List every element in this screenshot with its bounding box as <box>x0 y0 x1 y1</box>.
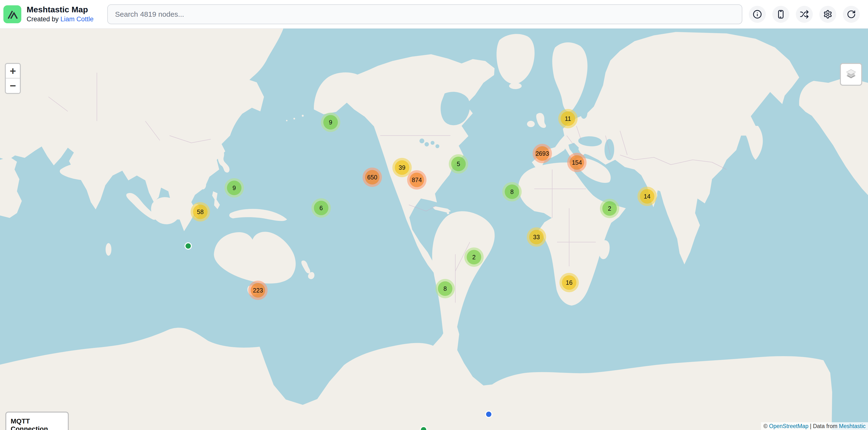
openstreetmap-link[interactable]: OpenStreetMap <box>769 423 808 429</box>
cluster-marker[interactable]: 2 <box>464 247 484 267</box>
cluster-marker[interactable]: 11 <box>558 109 578 128</box>
cluster-marker[interactable]: 2 <box>600 199 619 218</box>
created-by-text: Created by <box>27 15 59 23</box>
layers-icon <box>845 68 857 80</box>
node-marker-disconnected[interactable] <box>485 410 492 418</box>
map-canvas[interactable]: + − 939650874511269315482143316282235896… <box>0 29 868 430</box>
cluster-marker[interactable]: 16 <box>559 273 579 292</box>
cluster-marker[interactable]: 8 <box>435 279 455 298</box>
shuffle-icon <box>800 10 809 19</box>
cluster-marker[interactable]: 6 <box>311 198 331 218</box>
zoom-out-button[interactable]: − <box>6 78 20 93</box>
refresh-button[interactable] <box>843 6 860 23</box>
cluster-marker[interactable]: 874 <box>407 170 427 190</box>
cluster-marker[interactable]: 2693 <box>533 144 552 163</box>
copyright-text: © <box>764 423 769 429</box>
attribution-separator: | Data from <box>808 423 839 429</box>
meshtastic-logo-icon <box>6 8 19 21</box>
cluster-marker[interactable]: 650 <box>363 168 382 187</box>
author-link[interactable]: Liam Cottle <box>61 15 94 23</box>
world-map-graphic <box>0 29 868 430</box>
cluster-marker[interactable]: 33 <box>527 227 546 247</box>
info-icon <box>753 10 762 19</box>
legend-title: MQTT Connection <box>11 418 63 430</box>
cluster-marker[interactable]: 58 <box>191 202 210 222</box>
cluster-marker[interactable]: 5 <box>449 154 468 174</box>
settings-button[interactable] <box>819 6 836 23</box>
top-bar: Meshtastic Map Created by Liam Cottle <box>0 0 868 29</box>
mqtt-legend: MQTT Connection Connected Disconnected <box>5 411 69 430</box>
gear-icon <box>823 10 832 19</box>
refresh-icon <box>847 10 856 19</box>
cluster-marker[interactable]: 14 <box>638 187 657 206</box>
page-title: Meshtastic Map <box>27 4 93 14</box>
cluster-marker[interactable]: 154 <box>567 153 587 172</box>
mobile-app-button[interactable] <box>772 6 789 23</box>
subtitle: Created by Liam Cottle <box>27 14 93 24</box>
cluster-marker[interactable]: 9 <box>224 178 244 198</box>
title-block: Meshtastic Map Created by Liam Cottle <box>27 4 93 24</box>
toolbar <box>749 6 860 23</box>
app-logo <box>3 5 21 23</box>
zoom-in-button[interactable]: + <box>6 64 20 78</box>
mobile-icon <box>776 10 785 19</box>
cluster-marker[interactable]: 9 <box>321 112 340 132</box>
cluster-marker[interactable]: 223 <box>248 280 268 300</box>
node-marker-connected[interactable] <box>185 242 192 250</box>
zoom-control: + − <box>5 63 21 94</box>
cluster-marker[interactable]: 8 <box>502 182 522 201</box>
info-button[interactable] <box>749 6 766 23</box>
meshtastic-link[interactable]: Meshtastic <box>839 423 866 429</box>
map-attribution: © OpenStreetMap | Data from Meshtastic <box>761 422 868 430</box>
search-input[interactable] <box>107 4 742 24</box>
random-node-button[interactable] <box>796 6 813 23</box>
layers-control[interactable] <box>840 63 862 86</box>
